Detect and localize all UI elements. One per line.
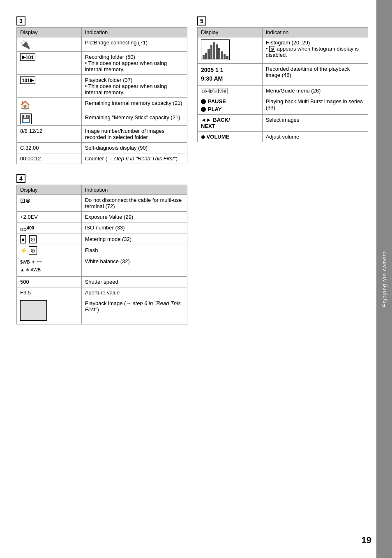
table-row: $WB ☀ ≡≡ ▲ ❄ AWB White balance (32) xyxy=(17,256,187,276)
indication-cell: PictBridge connecting (71) xyxy=(81,37,187,52)
display-cell: ⊡⊗ xyxy=(17,195,82,212)
memory-stick-icon: 💾 xyxy=(20,113,32,124)
table-row: 💾 Remaining "Memory Stick" capacity (21) xyxy=(17,112,187,126)
table-row: 00:00:12 Counter (→ step 6 in "Read This… xyxy=(17,153,187,164)
hbar xyxy=(205,53,207,59)
volume-text: ◆ VOLUME xyxy=(201,134,229,140)
iso-text: ISO400 xyxy=(20,225,34,230)
display-cell: +2.0EV xyxy=(17,212,82,222)
table-row: 101▶ Playback folder (37) • This does no… xyxy=(17,75,187,98)
table-row: □|↩|pf|△|▽|⊗ Menu/Guide menu (26) xyxy=(198,86,368,96)
display-cell: ISO400 xyxy=(17,222,82,234)
sidebar: Enjoying the camera xyxy=(376,0,392,558)
display-cell: ◄► BACK/NEXT xyxy=(198,115,263,132)
hbar xyxy=(226,56,228,59)
section-label-4: 4 xyxy=(16,174,25,183)
display-cell: $WB ☀ ≡≡ ▲ ❄ AWB xyxy=(17,256,82,276)
table-row: F3.5 Aperture value xyxy=(17,287,187,298)
col-header-display-3: Display xyxy=(17,28,82,37)
hbar xyxy=(213,42,215,59)
display-cell: ⚡ ⊛ xyxy=(17,245,82,256)
no-histogram-icon: ⊗ xyxy=(269,46,275,52)
display-cell: 101▶ xyxy=(17,75,82,98)
display-cell: 💾 xyxy=(17,112,82,126)
display-cell: C:32:00 xyxy=(17,143,82,153)
hbar xyxy=(224,54,226,59)
table-row: ▶101 Recording folder (50) • This does n… xyxy=(17,52,187,75)
table-row: 2005 1 19:30 AM Recorded date/time of th… xyxy=(198,64,368,86)
display-cell: ▶101 xyxy=(17,52,82,75)
display-cell: 8/8 12/12 xyxy=(17,126,82,143)
indication-cell: Playback folder (37) • This does not app… xyxy=(81,75,187,98)
table-row: ● ⊙ Metering mode (32) xyxy=(17,234,187,245)
indication-cell: Shutter speed xyxy=(81,276,187,287)
table-row: 🏠 Remaining internal memory capacity (21… xyxy=(17,98,187,112)
hbar xyxy=(216,44,218,59)
flash-icon: ⚡ ⊛ xyxy=(20,246,37,255)
display-cell xyxy=(17,298,82,324)
hbar xyxy=(203,55,205,59)
indication-cell: Adjust volume xyxy=(262,132,368,142)
playback-image-thumbnail xyxy=(20,300,47,321)
histogram-display xyxy=(201,39,230,60)
metering-icon: ● ⊙ xyxy=(20,236,37,243)
page-number: 19 xyxy=(362,535,371,546)
indication-cell: Menu/Guide menu (26) xyxy=(262,86,368,96)
display-cell: 🏠 xyxy=(17,98,82,112)
back-next-text: ◄► BACK/NEXT xyxy=(201,117,230,129)
table-row: 8/8 12/12 Image number/Number of images … xyxy=(17,126,187,143)
display-cell: F3.5 xyxy=(17,287,82,298)
image-number-text: 8/8 12/12 xyxy=(20,128,42,134)
table-section-5: Display Indication xyxy=(197,27,368,142)
recording-folder-icon: ▶101 xyxy=(20,53,35,61)
aperture-text: F3.5 xyxy=(20,289,31,296)
self-diagnosis-text: C:32:00 xyxy=(20,145,39,151)
pause-circle xyxy=(201,99,206,104)
ev-text: +2.0EV xyxy=(20,214,38,220)
table-row: 🔌 PictBridge connecting (71) xyxy=(17,37,187,52)
indication-cell: Aperture value xyxy=(81,287,187,298)
table-row: +2.0EV Exposure Value (29) xyxy=(17,212,187,222)
display-cell: □|↩|pf|△|▽|⊗ xyxy=(198,86,263,96)
indication-cell: ISO number (33) xyxy=(81,222,187,234)
display-cell: 00:00:12 xyxy=(17,153,82,164)
table-row: ⊡⊗ Do not disconnect the cable for multi… xyxy=(17,195,187,212)
col-header-display-5: Display xyxy=(198,28,263,37)
wb-symbols: $WB ☀ ≡≡ ▲ ❄ AWB xyxy=(20,258,78,274)
pause-label: PAUSE xyxy=(208,98,226,104)
indication-cell: Image number/Number of images recorded i… xyxy=(81,126,187,143)
indication-cell: Playback image (→ step 6 in "Read This F… xyxy=(81,298,187,324)
section-4: 4 Display Indication ⊡⊗ xyxy=(16,174,187,324)
display-cell: PAUSE PLAY xyxy=(198,96,263,115)
internal-memory-icon: 🏠 xyxy=(20,100,30,109)
section-5: 5 Display Indication xyxy=(197,16,368,142)
indication-cell: Metering mode (32) xyxy=(81,234,187,245)
table-row: ◆ VOLUME Adjust volume xyxy=(198,132,368,142)
table-row: ◄► BACK/NEXT Select images xyxy=(198,115,368,132)
display-cell xyxy=(198,37,263,64)
display-cell: ● ⊙ xyxy=(17,234,82,245)
col-header-indication-5: Indication xyxy=(262,28,368,37)
section-label-5: 5 xyxy=(197,16,206,25)
display-cell: 2005 1 19:30 AM xyxy=(198,64,263,86)
section-label-3: 3 xyxy=(16,16,25,25)
play-circle xyxy=(201,107,206,112)
col-header-indication-3: Indication xyxy=(81,28,187,37)
terminal-icon: ⊡⊗ xyxy=(20,197,31,204)
pause-play-display: PAUSE PLAY xyxy=(201,98,259,112)
indication-cell: Recorded date/time of the playback image… xyxy=(262,64,368,86)
table-row: C:32:00 Self-diagnosis display (90) xyxy=(17,143,187,153)
hbar xyxy=(208,49,210,59)
display-cell: 🔌 xyxy=(17,37,82,52)
pictbridge-icon: 🔌 xyxy=(20,40,30,49)
indication-cell: Remaining internal memory capacity (21) xyxy=(81,98,187,112)
indication-cell: Histogram (20, 29) • ⊗ appears when hist… xyxy=(262,37,368,64)
table-row: Histogram (20, 29) • ⊗ appears when hist… xyxy=(198,37,368,64)
datetime-text: 2005 1 19:30 AM xyxy=(201,67,224,82)
indication-cell: Playing back Multi Burst images in serie… xyxy=(262,96,368,115)
display-cell: 500 xyxy=(17,276,82,287)
indication-cell: Counter (→ step 6 in "Read This First") xyxy=(81,153,187,164)
section-3: 3 Display Indication 🔌 xyxy=(16,16,187,164)
indication-cell: Flash xyxy=(81,245,187,256)
shutter-text: 500 xyxy=(20,279,29,285)
